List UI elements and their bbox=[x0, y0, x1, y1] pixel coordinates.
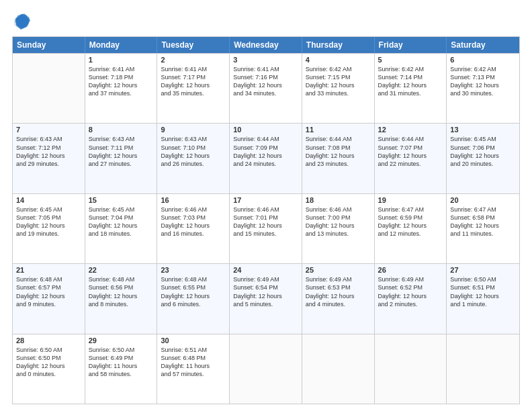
day-number: 30 bbox=[161, 336, 226, 345]
day-info: Sunrise: 6:48 AM Sunset: 6:56 PM Dayligh… bbox=[89, 275, 154, 308]
day-info: Sunrise: 6:45 AM Sunset: 7:05 PM Dayligh… bbox=[16, 205, 81, 238]
day-info: Sunrise: 6:44 AM Sunset: 7:08 PM Dayligh… bbox=[306, 135, 371, 168]
cal-week-5: 28Sunrise: 6:50 AM Sunset: 6:50 PM Dayli… bbox=[13, 334, 519, 404]
calendar: SundayMondayTuesdayWednesdayThursdayFrid… bbox=[12, 36, 520, 404]
day-number: 12 bbox=[378, 126, 443, 134]
cal-cell-day-3: 3Sunrise: 6:41 AM Sunset: 7:16 PM Daylig… bbox=[230, 54, 302, 123]
day-number: 9 bbox=[161, 126, 226, 134]
day-number: 5 bbox=[378, 56, 443, 64]
day-info: Sunrise: 6:41 AM Sunset: 7:16 PM Dayligh… bbox=[233, 65, 298, 98]
day-info: Sunrise: 6:43 AM Sunset: 7:10 PM Dayligh… bbox=[161, 135, 226, 168]
day-info: Sunrise: 6:46 AM Sunset: 7:01 PM Dayligh… bbox=[233, 205, 298, 238]
cal-cell-day-5: 5Sunrise: 6:42 AM Sunset: 7:14 PM Daylig… bbox=[375, 54, 447, 123]
cal-header-sunday: Sunday bbox=[13, 37, 85, 53]
day-info: Sunrise: 6:43 AM Sunset: 7:11 PM Dayligh… bbox=[89, 135, 154, 168]
day-info: Sunrise: 6:50 AM Sunset: 6:49 PM Dayligh… bbox=[89, 346, 154, 379]
cal-header-friday: Friday bbox=[375, 37, 447, 53]
header bbox=[12, 12, 520, 31]
day-info: Sunrise: 6:41 AM Sunset: 7:17 PM Dayligh… bbox=[161, 65, 226, 98]
day-info: Sunrise: 6:44 AM Sunset: 7:09 PM Dayligh… bbox=[233, 135, 298, 168]
day-info: Sunrise: 6:46 AM Sunset: 7:03 PM Dayligh… bbox=[161, 205, 226, 238]
cal-cell-day-14: 14Sunrise: 6:45 AM Sunset: 7:05 PM Dayli… bbox=[13, 194, 85, 263]
cal-cell-day-9: 9Sunrise: 6:43 AM Sunset: 7:10 PM Daylig… bbox=[157, 124, 230, 193]
day-number: 21 bbox=[16, 266, 81, 274]
day-info: Sunrise: 6:47 AM Sunset: 6:59 PM Dayligh… bbox=[378, 205, 443, 238]
day-info: Sunrise: 6:41 AM Sunset: 7:18 PM Dayligh… bbox=[89, 65, 154, 98]
day-number: 18 bbox=[306, 196, 371, 204]
day-info: Sunrise: 6:44 AM Sunset: 7:07 PM Dayligh… bbox=[378, 135, 443, 168]
cal-header-wednesday: Wednesday bbox=[230, 37, 302, 53]
cal-cell-day-20: 20Sunrise: 6:47 AM Sunset: 6:58 PM Dayli… bbox=[447, 194, 519, 263]
day-number: 4 bbox=[306, 56, 371, 64]
cal-cell-day-11: 11Sunrise: 6:44 AM Sunset: 7:08 PM Dayli… bbox=[302, 124, 375, 193]
cal-cell-day-18: 18Sunrise: 6:46 AM Sunset: 7:00 PM Dayli… bbox=[302, 194, 375, 263]
cal-cell-day-30: 30Sunrise: 6:51 AM Sunset: 6:48 PM Dayli… bbox=[157, 334, 230, 404]
cal-cell-day-4: 4Sunrise: 6:42 AM Sunset: 7:15 PM Daylig… bbox=[302, 54, 375, 123]
cal-cell-empty bbox=[302, 334, 375, 404]
day-number: 25 bbox=[306, 266, 371, 274]
cal-week-2: 7Sunrise: 6:43 AM Sunset: 7:12 PM Daylig… bbox=[13, 123, 519, 193]
cal-header-tuesday: Tuesday bbox=[157, 37, 230, 53]
cal-cell-day-17: 17Sunrise: 6:46 AM Sunset: 7:01 PM Dayli… bbox=[230, 194, 302, 263]
cal-header-saturday: Saturday bbox=[447, 37, 519, 53]
day-info: Sunrise: 6:51 AM Sunset: 6:48 PM Dayligh… bbox=[161, 346, 226, 379]
cal-cell-day-22: 22Sunrise: 6:48 AM Sunset: 6:56 PM Dayli… bbox=[85, 264, 158, 333]
cal-cell-day-23: 23Sunrise: 6:48 AM Sunset: 6:55 PM Dayli… bbox=[157, 264, 230, 333]
cal-week-3: 14Sunrise: 6:45 AM Sunset: 7:05 PM Dayli… bbox=[13, 193, 519, 263]
day-number: 10 bbox=[233, 126, 298, 134]
day-number: 8 bbox=[89, 126, 154, 134]
day-info: Sunrise: 6:42 AM Sunset: 7:14 PM Dayligh… bbox=[378, 65, 443, 98]
cal-week-4: 21Sunrise: 6:48 AM Sunset: 6:57 PM Dayli… bbox=[13, 263, 519, 333]
day-number: 23 bbox=[161, 266, 226, 274]
day-number: 20 bbox=[450, 196, 516, 204]
day-number: 1 bbox=[89, 56, 154, 64]
day-number: 6 bbox=[450, 56, 516, 64]
cal-cell-day-29: 29Sunrise: 6:50 AM Sunset: 6:49 PM Dayli… bbox=[85, 334, 158, 404]
cal-header-monday: Monday bbox=[85, 37, 158, 53]
day-number: 26 bbox=[378, 266, 443, 274]
cal-cell-day-27: 27Sunrise: 6:50 AM Sunset: 6:51 PM Dayli… bbox=[447, 264, 519, 333]
day-info: Sunrise: 6:45 AM Sunset: 7:04 PM Dayligh… bbox=[89, 205, 154, 238]
day-info: Sunrise: 6:42 AM Sunset: 7:15 PM Dayligh… bbox=[306, 65, 371, 98]
cal-cell-day-26: 26Sunrise: 6:49 AM Sunset: 6:52 PM Dayli… bbox=[375, 264, 447, 333]
logo-icon bbox=[12, 12, 31, 31]
cal-cell-day-6: 6Sunrise: 6:42 AM Sunset: 7:13 PM Daylig… bbox=[447, 54, 519, 123]
page: SundayMondayTuesdayWednesdayThursdayFrid… bbox=[0, 0, 532, 411]
cal-cell-empty bbox=[230, 334, 302, 404]
day-info: Sunrise: 6:49 AM Sunset: 6:54 PM Dayligh… bbox=[233, 275, 298, 308]
day-number: 15 bbox=[89, 196, 154, 204]
cal-cell-day-28: 28Sunrise: 6:50 AM Sunset: 6:50 PM Dayli… bbox=[13, 334, 85, 404]
cal-cell-day-7: 7Sunrise: 6:43 AM Sunset: 7:12 PM Daylig… bbox=[13, 124, 85, 193]
cal-cell-day-25: 25Sunrise: 6:49 AM Sunset: 6:53 PM Dayli… bbox=[302, 264, 375, 333]
day-number: 17 bbox=[233, 196, 298, 204]
day-info: Sunrise: 6:50 AM Sunset: 6:51 PM Dayligh… bbox=[450, 275, 516, 308]
cal-cell-empty bbox=[13, 54, 85, 123]
cal-cell-day-10: 10Sunrise: 6:44 AM Sunset: 7:09 PM Dayli… bbox=[230, 124, 302, 193]
day-number: 24 bbox=[233, 266, 298, 274]
day-info: Sunrise: 6:48 AM Sunset: 6:57 PM Dayligh… bbox=[16, 275, 81, 308]
cal-cell-day-2: 2Sunrise: 6:41 AM Sunset: 7:17 PM Daylig… bbox=[157, 54, 230, 123]
cal-cell-day-21: 21Sunrise: 6:48 AM Sunset: 6:57 PM Dayli… bbox=[13, 264, 85, 333]
calendar-header: SundayMondayTuesdayWednesdayThursdayFrid… bbox=[13, 37, 519, 53]
calendar-body: 1Sunrise: 6:41 AM Sunset: 7:18 PM Daylig… bbox=[13, 53, 519, 404]
cal-cell-day-15: 15Sunrise: 6:45 AM Sunset: 7:04 PM Dayli… bbox=[85, 194, 158, 263]
cal-cell-day-12: 12Sunrise: 6:44 AM Sunset: 7:07 PM Dayli… bbox=[375, 124, 447, 193]
cal-header-thursday: Thursday bbox=[302, 37, 375, 53]
day-number: 19 bbox=[378, 196, 443, 204]
logo bbox=[12, 12, 34, 31]
day-info: Sunrise: 6:49 AM Sunset: 6:52 PM Dayligh… bbox=[378, 275, 443, 308]
day-info: Sunrise: 6:49 AM Sunset: 6:53 PM Dayligh… bbox=[306, 275, 371, 308]
cal-cell-day-16: 16Sunrise: 6:46 AM Sunset: 7:03 PM Dayli… bbox=[157, 194, 230, 263]
day-number: 3 bbox=[233, 56, 298, 64]
cal-week-1: 1Sunrise: 6:41 AM Sunset: 7:18 PM Daylig… bbox=[13, 53, 519, 123]
day-number: 29 bbox=[89, 336, 154, 345]
day-number: 16 bbox=[161, 196, 226, 204]
day-number: 14 bbox=[16, 196, 81, 204]
day-number: 11 bbox=[306, 126, 371, 134]
day-info: Sunrise: 6:50 AM Sunset: 6:50 PM Dayligh… bbox=[16, 346, 81, 379]
cal-cell-empty bbox=[447, 334, 519, 404]
day-info: Sunrise: 6:47 AM Sunset: 6:58 PM Dayligh… bbox=[450, 205, 516, 238]
cal-cell-day-24: 24Sunrise: 6:49 AM Sunset: 6:54 PM Dayli… bbox=[230, 264, 302, 333]
cal-cell-day-13: 13Sunrise: 6:45 AM Sunset: 7:06 PM Dayli… bbox=[447, 124, 519, 193]
day-info: Sunrise: 6:45 AM Sunset: 7:06 PM Dayligh… bbox=[450, 135, 516, 168]
